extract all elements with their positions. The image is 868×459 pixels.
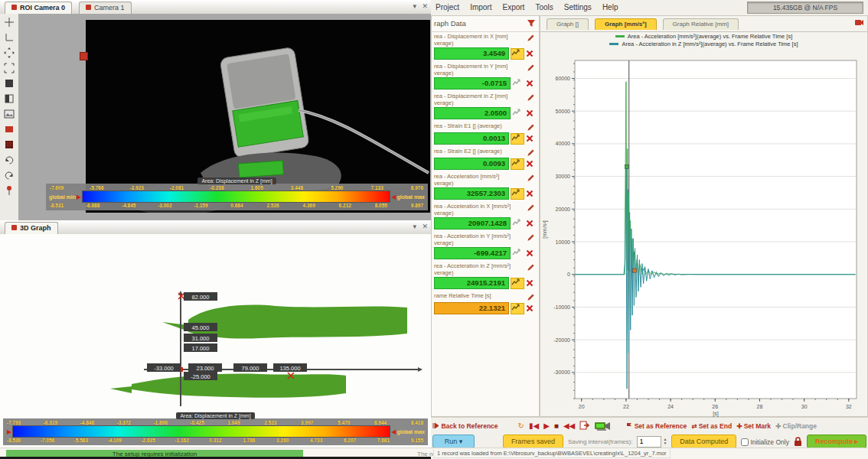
menu-project[interactable]: Project bbox=[436, 3, 459, 11]
frames-saved-button[interactable]: Frames saved bbox=[503, 435, 563, 448]
roi-marker-icon[interactable] bbox=[80, 52, 88, 60]
tab-roi-camera-0[interactable]: ROI Camera 0 bbox=[5, 2, 72, 14]
chart-area[interactable]: -30000 -20000 -10000 0 10000 20000 30000… bbox=[540, 51, 867, 416]
camera-red-icon[interactable] bbox=[855, 19, 863, 26]
chart-link-icon[interactable] bbox=[511, 158, 524, 170]
graph-data-value[interactable]: 0.0013 bbox=[434, 132, 509, 145]
graph-data-value[interactable]: -0.0715 bbox=[434, 77, 511, 90]
image-icon[interactable] bbox=[3, 108, 15, 120]
pin-icon[interactable] bbox=[3, 184, 15, 197]
saving-interval-input[interactable] bbox=[637, 436, 661, 448]
pencil-icon[interactable] bbox=[527, 123, 537, 132]
camera-stage[interactable]: Area: Displacement in Z [mm] -7.609-5.76… bbox=[18, 14, 431, 220]
chart-link-icon[interactable] bbox=[512, 109, 524, 119]
chart-link-icon[interactable] bbox=[511, 278, 524, 289]
play-button[interactable]: ▶ bbox=[543, 421, 550, 431]
tab-camera-1[interactable]: Camera 1 bbox=[79, 2, 132, 14]
graph-data-value[interactable]: 0.0093 bbox=[434, 158, 509, 170]
pencil-icon[interactable] bbox=[527, 34, 537, 42]
lock-icon[interactable] bbox=[794, 437, 802, 447]
remove-icon[interactable] bbox=[526, 304, 537, 312]
graph3d-plot[interactable]: 82.00045.00031.00017.000-25.000-33.00023… bbox=[0, 234, 431, 406]
undo-icon[interactable] bbox=[3, 154, 15, 166]
redo-icon[interactable] bbox=[3, 169, 15, 181]
chart-link-icon[interactable] bbox=[511, 133, 524, 145]
data-filter-icon[interactable] bbox=[527, 18, 536, 28]
recompute-button[interactable]: Recompute ▸ bbox=[807, 435, 866, 448]
menu-import[interactable]: Import bbox=[470, 3, 491, 11]
set-as-end-button[interactable]: ⇄ Set as End bbox=[691, 422, 732, 430]
pencil-icon[interactable] bbox=[527, 174, 537, 182]
graph-tab-2[interactable]: Graph Relative [mm] bbox=[663, 18, 739, 30]
chart-link-icon[interactable] bbox=[511, 48, 524, 60]
clip-range-button[interactable]: ✚ Clip/Range bbox=[775, 422, 817, 430]
fast-rewind-button[interactable]: ◀◀ bbox=[563, 421, 575, 431]
remove-icon[interactable] bbox=[526, 109, 537, 117]
graph-data-value[interactable]: 24915.2191 bbox=[434, 277, 509, 289]
export-frame-button[interactable] bbox=[579, 421, 589, 431]
spinner-arrows[interactable]: ▲▼ bbox=[663, 438, 667, 445]
record-button[interactable]: ■ bbox=[554, 421, 559, 431]
snapshot-camera-icon[interactable] bbox=[594, 421, 611, 431]
collapse-panel-icon[interactable]: ▾ bbox=[413, 223, 416, 230]
menu-export[interactable]: Export bbox=[502, 3, 524, 11]
pencil-icon[interactable] bbox=[527, 203, 537, 212]
camera-colorbar: Area: Displacement in Z [mm] -7.609-5.76… bbox=[46, 184, 428, 210]
remove-icon[interactable] bbox=[526, 190, 537, 197]
pencil-icon[interactable] bbox=[527, 93, 537, 102]
exposure-icon[interactable] bbox=[3, 77, 15, 90]
pencil-icon[interactable] bbox=[527, 63, 537, 72]
remove-icon[interactable] bbox=[526, 50, 537, 57]
graph-data-value[interactable]: 22.1321 bbox=[434, 302, 509, 314]
mask-icon[interactable] bbox=[3, 138, 15, 151]
legend-entry: Area - Acceleration [mm/s²](average) vs.… bbox=[540, 33, 867, 41]
crosshair-icon[interactable] bbox=[3, 16, 15, 28]
graph-data-value[interactable]: 20907.1428 bbox=[434, 217, 511, 230]
roi-icon[interactable] bbox=[3, 123, 15, 135]
initialize-only-checkbox[interactable]: Initialize Only bbox=[741, 437, 789, 446]
max-marker-icon: ◀ bbox=[391, 194, 396, 200]
remove-icon[interactable] bbox=[526, 160, 537, 168]
chart-link-icon[interactable] bbox=[512, 219, 524, 229]
close-panel-icon[interactable]: ✕ bbox=[422, 223, 428, 230]
pan-icon[interactable] bbox=[3, 47, 15, 59]
contrast-icon[interactable] bbox=[3, 93, 15, 105]
menu-tools[interactable]: Tools bbox=[535, 3, 553, 11]
run-button[interactable]: Run ▾ bbox=[432, 435, 475, 448]
chart-link-icon[interactable] bbox=[512, 249, 524, 259]
tab-label: Camera 1 bbox=[94, 4, 125, 11]
pencil-icon[interactable] bbox=[527, 148, 537, 157]
skip-to-start-button[interactable]: ▮◀ bbox=[529, 421, 539, 431]
remove-icon[interactable] bbox=[526, 249, 537, 257]
pencil-icon[interactable] bbox=[527, 263, 537, 272]
pencil-icon[interactable] bbox=[527, 293, 537, 301]
remove-icon[interactable] bbox=[526, 279, 537, 287]
data-computed-button[interactable]: Data Computed bbox=[671, 435, 736, 448]
graph-tab-0[interactable]: Graph [] bbox=[547, 18, 589, 30]
pencil-icon[interactable] bbox=[527, 233, 537, 242]
chart-link-icon[interactable] bbox=[511, 303, 524, 314]
graph-data-value[interactable]: 32557.2303 bbox=[434, 187, 509, 200]
camera-toolbar bbox=[0, 14, 19, 220]
menu-help[interactable]: Help bbox=[602, 3, 618, 11]
remove-icon[interactable] bbox=[526, 135, 537, 142]
menu-settings[interactable]: Settings bbox=[564, 3, 592, 11]
fit-view-icon[interactable] bbox=[3, 62, 15, 74]
close-panel-icon[interactable]: ✕ bbox=[422, 2, 428, 10]
remove-icon[interactable] bbox=[526, 80, 537, 87]
tab-3d-graph[interactable]: 3D Graph bbox=[5, 222, 58, 234]
graph3d-content[interactable]: 82.00045.00031.00017.000-25.000-33.00023… bbox=[0, 234, 431, 448]
refresh-button[interactable]: ↻ bbox=[518, 421, 524, 431]
graph-data-value[interactable]: 2.0500 bbox=[434, 107, 511, 119]
graph-data-value[interactable]: 3.4549 bbox=[434, 47, 509, 60]
set-mark-button[interactable]: ✚ Set Mark bbox=[736, 422, 771, 430]
back-to-reference-button[interactable]: Back to Reference bbox=[432, 422, 498, 430]
remove-icon[interactable] bbox=[526, 220, 537, 227]
angle-icon[interactable] bbox=[3, 31, 15, 44]
graph-tab-1[interactable]: Graph [mm/s²] bbox=[595, 18, 657, 30]
collapse-panel-icon[interactable]: ▾ bbox=[413, 2, 416, 10]
chart-link-icon[interactable] bbox=[511, 188, 524, 200]
chart-link-icon[interactable] bbox=[512, 79, 524, 89]
graph-data-value[interactable]: -699.4217 bbox=[434, 247, 511, 259]
set-as-reference-button[interactable]: Set as Reference bbox=[626, 422, 687, 430]
